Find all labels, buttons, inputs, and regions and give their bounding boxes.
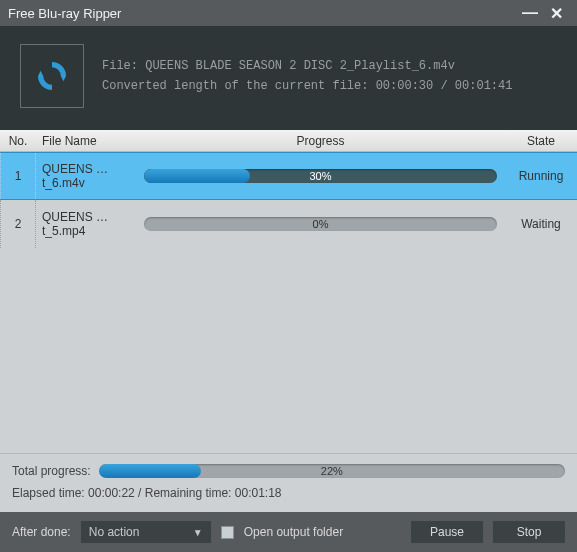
total-progress-pct: 22% <box>99 464 565 478</box>
table-row[interactable]: 1QUEENS …t_6.m4v30%Running <box>0 152 577 200</box>
stop-button[interactable]: Stop <box>493 521 565 543</box>
footer: After done: No action ▼ Open output fold… <box>0 512 577 552</box>
close-icon[interactable]: ✕ <box>544 4 569 23</box>
row-progress-cell: 0% <box>136 217 505 231</box>
svg-marker-1 <box>38 71 43 76</box>
converted-length-line: Converted length of the current file: 00… <box>102 76 512 96</box>
row-progress-cell: 30% <box>136 169 505 183</box>
app-title: Free Blu-ray Ripper <box>8 6 121 21</box>
col-header-state: State <box>505 134 577 148</box>
after-done-select[interactable]: No action ▼ <box>81 521 211 543</box>
row-no: 1 <box>0 153 36 199</box>
minimize-icon[interactable]: — <box>516 4 544 22</box>
chevron-down-icon: ▼ <box>193 527 203 538</box>
row-filename: QUEENS …t_5.mp4 <box>36 210 136 238</box>
row-state: Waiting <box>505 217 577 231</box>
row-filename: QUEENS …t_6.m4v <box>36 162 136 190</box>
row-no: 2 <box>0 200 36 248</box>
after-done-label: After done: <box>12 525 71 539</box>
svg-marker-0 <box>61 76 66 81</box>
file-table: No. File Name Progress State 1QUEENS …t_… <box>0 130 577 453</box>
row-progress-bar: 30% <box>144 169 497 183</box>
table-row[interactable]: 2QUEENS …t_5.mp40%Waiting <box>0 200 577 248</box>
table-header: No. File Name Progress State <box>0 130 577 152</box>
after-done-value: No action <box>89 525 140 539</box>
col-header-file: File Name <box>36 134 136 148</box>
sync-icon <box>20 44 84 108</box>
col-header-no: No. <box>0 134 36 148</box>
titlebar[interactable]: Free Blu-ray Ripper — ✕ <box>0 0 577 26</box>
total-progress-label: Total progress: <box>12 464 91 478</box>
header: File: QUEENS BLADE SEASON 2 DISC 2_Playl… <box>0 26 577 130</box>
current-file-line: File: QUEENS BLADE SEASON 2 DISC 2_Playl… <box>102 56 512 76</box>
total-progress-bar: 22% <box>99 464 565 478</box>
app-window: Free Blu-ray Ripper — ✕ File: QUEENS BLA… <box>0 0 577 552</box>
open-output-label: Open output folder <box>244 525 343 539</box>
col-header-progress: Progress <box>136 134 505 148</box>
row-progress-label: 0% <box>144 217 497 231</box>
file-info: File: QUEENS BLADE SEASON 2 DISC 2_Playl… <box>102 56 512 97</box>
row-progress-bar: 0% <box>144 217 497 231</box>
row-progress-label: 30% <box>144 169 497 183</box>
open-output-checkbox[interactable] <box>221 526 234 539</box>
table-body: 1QUEENS …t_6.m4v30%Running2QUEENS …t_5.m… <box>0 152 577 453</box>
total-area: Total progress: 22% Elapsed time: 00:00:… <box>0 453 577 512</box>
time-line: Elapsed time: 00:00:22 / Remaining time:… <box>12 486 565 500</box>
pause-button[interactable]: Pause <box>411 521 483 543</box>
row-state: Running <box>505 169 577 183</box>
